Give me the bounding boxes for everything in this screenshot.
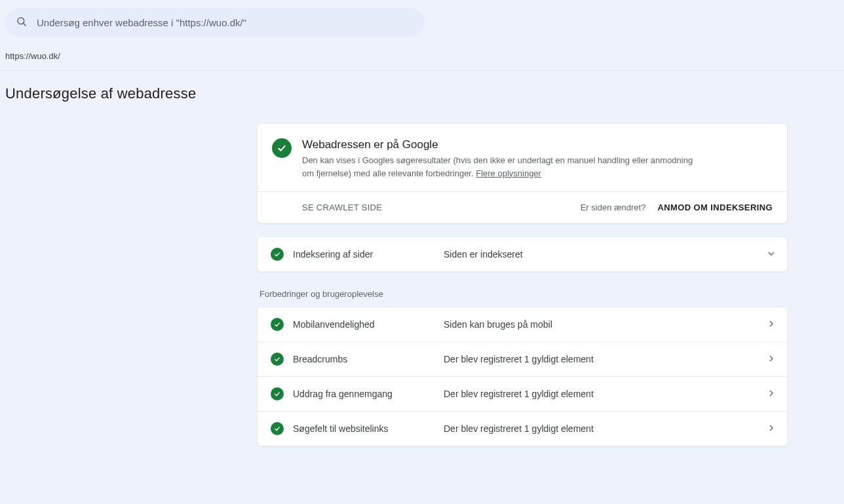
search-bar[interactable] xyxy=(5,8,425,37)
enhancement-row-sitelinks-search[interactable]: Søgefelt til websitelinks Der blev regis… xyxy=(258,411,787,446)
check-icon xyxy=(271,248,284,261)
status-description: Den kan vises i Googles søgeresultater (… xyxy=(302,154,695,180)
request-indexing-button[interactable]: ANMOD OM INDEKSERING xyxy=(657,203,773,212)
page-changed-prompt: Er siden ændret? xyxy=(581,203,646,212)
view-crawled-button[interactable]: SE CRAWLET SIDE xyxy=(302,203,382,212)
indexing-status: Siden er indekseret xyxy=(444,249,523,260)
chevron-right-icon xyxy=(766,388,777,400)
content-column: Webadressen er på Google Den kan vises i… xyxy=(257,109,788,446)
check-icon xyxy=(271,422,284,435)
more-info-link[interactable]: Flere oplysninger xyxy=(476,168,541,178)
action-row: SE CRAWLET SIDE Er siden ændret? ANMOD O… xyxy=(258,191,787,223)
check-icon xyxy=(271,387,284,400)
chevron-down-icon xyxy=(766,248,777,261)
inspected-url: https://wuo.dk/ xyxy=(0,37,844,70)
enhancement-status: Der blev registreret 1 gyldigt element xyxy=(444,389,594,399)
enhancement-row-mobile[interactable]: Mobilanvendelighed Siden kan bruges på m… xyxy=(258,307,787,341)
enhancement-status: Der blev registreret 1 gyldigt element xyxy=(444,423,594,434)
enhancement-label: Breadcrumbs xyxy=(293,354,444,364)
chevron-right-icon xyxy=(766,353,777,366)
enhancement-status: Der blev registreret 1 gyldigt element xyxy=(444,354,594,364)
enhancement-row-breadcrumbs[interactable]: Breadcrumbs Der blev registreret 1 gyldi… xyxy=(258,341,787,376)
enhancement-status: Siden kan bruges på mobil xyxy=(444,319,552,330)
enhancement-label: Uddrag fra gennemgang xyxy=(293,389,444,399)
url-status-card: Webadressen er på Google Den kan vises i… xyxy=(257,123,788,223)
search-input[interactable] xyxy=(37,17,414,28)
enhancement-row-review-snippet[interactable]: Uddrag fra gennemgang Der blev registrer… xyxy=(258,376,787,411)
svg-line-1 xyxy=(24,23,26,26)
action-right-group: Er siden ændret? ANMOD OM INDEKSERING xyxy=(581,203,773,212)
status-text: Webadressen er på Google Den kan vises i… xyxy=(302,138,695,180)
page-title: Undersøgelse af webadresse xyxy=(0,71,844,109)
status-title: Webadressen er på Google xyxy=(302,138,695,151)
check-icon xyxy=(272,138,292,158)
svg-point-0 xyxy=(18,18,24,24)
search-icon xyxy=(16,16,28,29)
search-container xyxy=(0,0,844,37)
check-icon xyxy=(271,318,284,331)
chevron-right-icon xyxy=(766,319,777,331)
check-icon xyxy=(271,353,284,366)
status-row: Webadressen er på Google Den kan vises i… xyxy=(258,124,787,191)
indexing-label: Indeksering af sider xyxy=(293,249,444,260)
indexing-card: Indeksering af sider Siden er indekseret xyxy=(257,237,788,272)
enhancement-label: Mobilanvendelighed xyxy=(293,319,444,330)
enhancements-card: Mobilanvendelighed Siden kan bruges på m… xyxy=(257,307,788,446)
enhancement-label: Søgefelt til websitelinks xyxy=(293,423,444,434)
chevron-right-icon xyxy=(766,423,777,435)
indexing-row[interactable]: Indeksering af sider Siden er indekseret xyxy=(258,237,787,271)
enhancements-heading: Forbedringer og brugeroplevelse xyxy=(259,289,788,299)
